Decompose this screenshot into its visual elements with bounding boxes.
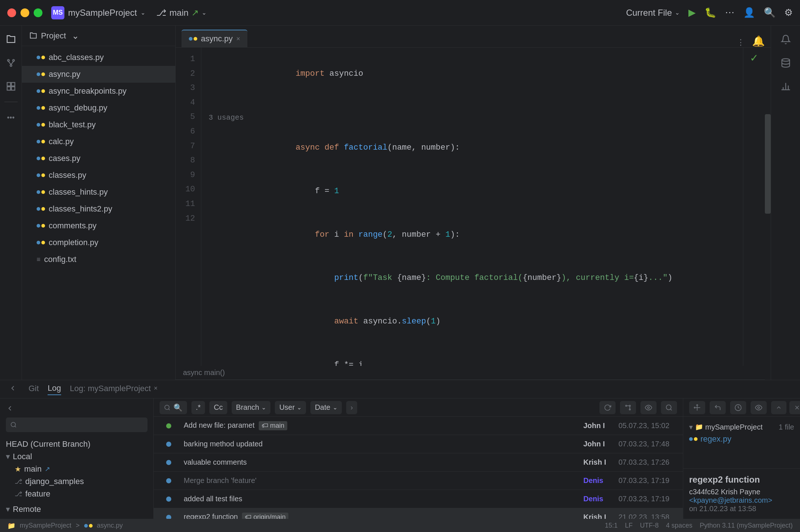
- run-button[interactable]: ▶: [688, 7, 696, 18]
- current-file-dropdown-icon[interactable]: ⌄: [675, 9, 680, 16]
- file-item-cases[interactable]: cases.py: [22, 150, 175, 167]
- tab-python-icon: [189, 37, 197, 41]
- status-project: mySampleProject: [20, 522, 71, 529]
- tab-log[interactable]: Log: [48, 383, 61, 395]
- commit-row-4[interactable]: added all test files Denis 07.03.23, 17:…: [154, 490, 683, 508]
- file-item-black-test[interactable]: black_test.py: [22, 116, 175, 133]
- tab-close-button[interactable]: ×: [236, 35, 240, 43]
- file-item-comments[interactable]: comments.py: [22, 217, 175, 234]
- file-item-classes-hints[interactable]: classes_hints.py: [22, 184, 175, 201]
- detail-python-icon: [689, 437, 698, 441]
- right-panel-chart[interactable]: [778, 78, 794, 94]
- commit-dot-1: [166, 442, 171, 447]
- detail-expand-btn[interactable]: [689, 401, 705, 414]
- refresh-btn[interactable]: [599, 401, 616, 414]
- settings-icon[interactable]: ⚙: [784, 7, 793, 18]
- project-name[interactable]: MS mySampleProject ⌄: [51, 6, 145, 19]
- project-dropdown-arrow[interactable]: ⌄: [72, 31, 79, 41]
- current-file-section[interactable]: Current File ⌄: [626, 8, 680, 18]
- commit-row-0[interactable]: Add new file: paramet 🏷 main John I 05.0…: [154, 417, 683, 435]
- detail-history-btn[interactable]: [730, 401, 746, 414]
- minimap-thumb[interactable]: [765, 114, 771, 214]
- file-item-config[interactable]: ≡ config.txt: [22, 251, 175, 268]
- tab-git[interactable]: Git: [29, 384, 39, 395]
- file-item-abc-classes[interactable]: abc_classes.py: [22, 49, 175, 66]
- detail-eye-btn[interactable]: [751, 401, 767, 414]
- user-filter-btn[interactable]: User ⌄: [275, 401, 306, 414]
- sidebar-structure-btn[interactable]: [3, 78, 19, 94]
- tab-bar: async.py × ⋮ 🔔: [176, 26, 771, 48]
- sidebar-more-btn[interactable]: •••: [3, 109, 19, 125]
- git-search-input[interactable]: [6, 417, 147, 432]
- svg-rect-5: [7, 83, 10, 86]
- close-button[interactable]: [7, 8, 16, 17]
- status-separator: >: [76, 522, 80, 529]
- git-branch-main[interactable]: ★ main ↗: [6, 463, 147, 475]
- branch-compare-btn[interactable]: [620, 401, 636, 414]
- commit-row-3[interactable]: Merge branch 'feature' Denis 07.03.23, 1…: [154, 472, 683, 490]
- svg-point-18: [625, 405, 627, 406]
- case-filter-btn[interactable]: Cc: [209, 401, 227, 414]
- bottom-section: Git Log Log: mySampleProject ×: [0, 380, 800, 519]
- eye-btn[interactable]: [640, 401, 657, 414]
- minimize-button[interactable]: [20, 8, 29, 17]
- tab-more-button[interactable]: ⋮: [737, 38, 745, 47]
- git-branch-django[interactable]: ⎇ django_samples: [6, 475, 147, 488]
- notification-bell[interactable]: 🔔: [752, 35, 765, 47]
- commit-row-2[interactable]: valuable comments Krish I 07.03.23, 17:2…: [154, 453, 683, 472]
- branch-filter-btn[interactable]: Branch ⌄: [232, 401, 270, 414]
- file-item-classes-hints2[interactable]: classes_hints2.py: [22, 201, 175, 217]
- detail-back-btn[interactable]: [710, 401, 726, 414]
- status-line-endings[interactable]: LF: [625, 522, 633, 529]
- project-name-label: mySampleProject: [68, 8, 137, 18]
- detail-close-btn[interactable]: [789, 401, 800, 414]
- file-item-async-debug[interactable]: async_debug.py: [22, 100, 175, 116]
- file-item-classes[interactable]: classes.py: [22, 167, 175, 184]
- project-dropdown-icon[interactable]: ⌄: [141, 9, 145, 16]
- bottom-panel-collapse[interactable]: [9, 384, 17, 394]
- status-indent[interactable]: 4 spaces: [666, 522, 692, 529]
- code-line-4: async def factorial(name, number):: [209, 126, 736, 169]
- branch-dropdown-icon[interactable]: ⌄: [202, 9, 206, 16]
- minimap-scrollbar[interactable]: [765, 48, 771, 380]
- log-search-btn[interactable]: [661, 401, 677, 414]
- regex-filter-btn[interactable]: .*: [191, 401, 205, 414]
- branch-icon: ⎇: [156, 8, 167, 18]
- git-remote-section[interactable]: ▾ Remote: [6, 503, 147, 513]
- git-branch-feature[interactable]: ⎇ feature: [6, 488, 147, 500]
- more-button[interactable]: ⋯: [725, 7, 734, 18]
- sidebar-files-btn[interactable]: [3, 31, 19, 48]
- file-item-async-breakpoints[interactable]: async_breakpoints.py: [22, 83, 175, 100]
- search-icon[interactable]: 🔍: [764, 7, 775, 18]
- sidebar-vcs-btn[interactable]: [3, 55, 19, 71]
- svg-point-14: [11, 422, 15, 427]
- more-filter-btn[interactable]: ›: [346, 401, 358, 414]
- commit-row-5[interactable]: regexp2 function 🏷 origin/main Krish I 2…: [154, 508, 683, 519]
- code-editor[interactable]: import asyncio 3 usages async def factor…: [201, 48, 743, 366]
- file-item-calc[interactable]: calc.py: [22, 133, 175, 150]
- detail-up-btn[interactable]: [771, 401, 786, 414]
- status-encoding[interactable]: UTF-8: [640, 522, 659, 529]
- right-panel-bell[interactable]: [778, 31, 794, 48]
- commit-search-box[interactable]: 🔍: [160, 401, 187, 414]
- file-item-completion[interactable]: completion.py: [22, 234, 175, 251]
- date-filter-btn[interactable]: Date ⌄: [310, 401, 341, 414]
- tab-log-project[interactable]: Log: mySampleProject ×: [70, 384, 158, 395]
- right-panel-db[interactable]: [778, 55, 794, 71]
- git-local-section[interactable]: ▾ Local: [6, 450, 147, 463]
- editor-tab-async[interactable]: async.py ×: [182, 30, 247, 47]
- status-position[interactable]: 15:1: [605, 522, 618, 529]
- maximize-button[interactable]: [34, 8, 42, 17]
- branch-info[interactable]: ⎇ main ↗ ⌄: [156, 8, 206, 18]
- debug-button[interactable]: 🐛: [704, 7, 716, 18]
- commit-row-1[interactable]: barking method updated John I 07.03.23, …: [154, 435, 683, 453]
- code-line-2: [209, 95, 736, 110]
- tab-close-log[interactable]: ×: [154, 385, 158, 392]
- account-icon[interactable]: 👤: [743, 7, 755, 18]
- status-python-version[interactable]: Python 3.11 (mySampleProject): [700, 522, 793, 529]
- bottom-tabs: Git Log Log: mySampleProject ×: [0, 380, 800, 398]
- detail-file-regex[interactable]: regex.py: [689, 433, 794, 445]
- status-python-icon: [84, 524, 93, 528]
- git-panel-prev[interactable]: [6, 404, 147, 415]
- file-item-async[interactable]: async.py: [22, 66, 175, 83]
